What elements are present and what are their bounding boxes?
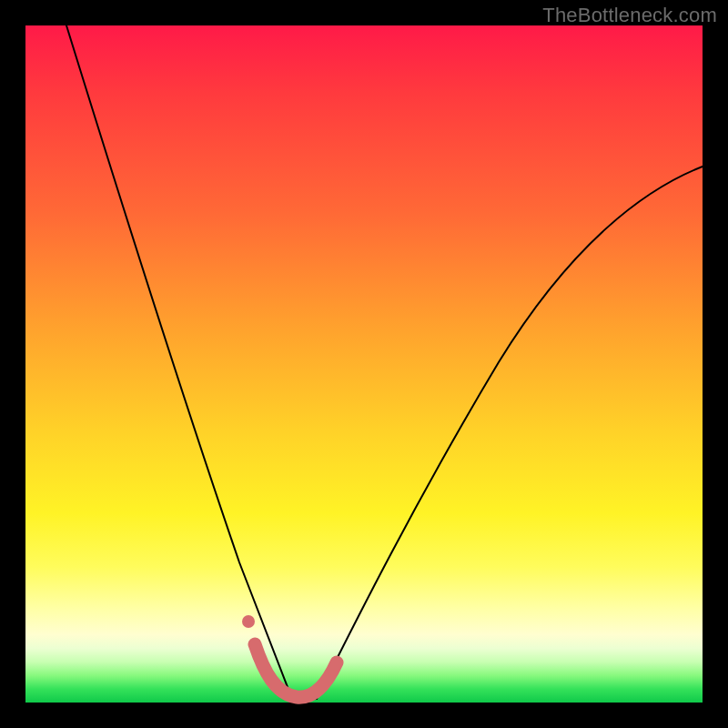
watermark-text: TheBottleneck.com [542, 4, 717, 27]
plot-area [25, 25, 703, 703]
curve-layer [25, 25, 703, 703]
bottleneck-curve-right [317, 167, 703, 699]
chart-frame: TheBottleneck.com [0, 0, 728, 728]
optimal-region-band [255, 644, 337, 697]
optimal-region-dot [242, 615, 255, 628]
bottleneck-curve-left [66, 25, 292, 699]
